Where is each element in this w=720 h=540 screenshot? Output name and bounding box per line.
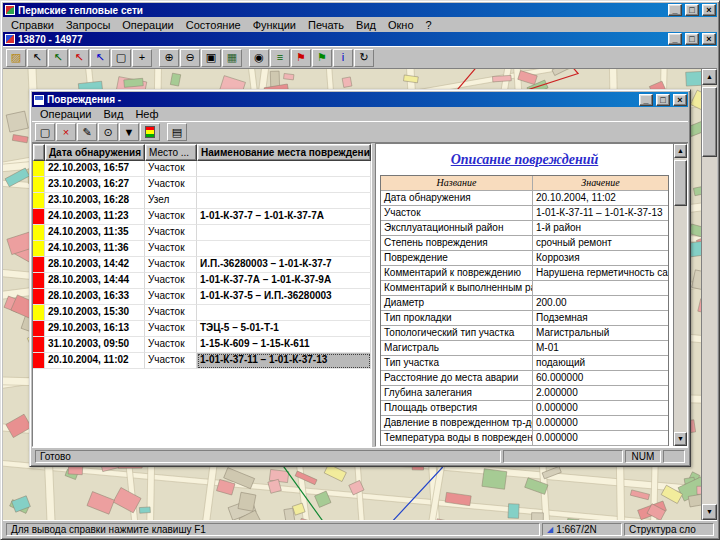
zoom-out-icon[interactable]: ⊖ bbox=[180, 49, 200, 67]
table-row[interactable]: 24.10.2003, 11:36Участок bbox=[33, 241, 371, 257]
pan-icon[interactable]: + bbox=[132, 49, 152, 67]
find-icon[interactable]: ◉ bbox=[249, 49, 269, 67]
main-menu-item-5[interactable]: Печать bbox=[302, 18, 350, 32]
table-row[interactable]: 23.10.2003, 16:27Участок bbox=[33, 177, 371, 193]
info-icon[interactable]: i bbox=[333, 49, 353, 67]
property-value: М-01 bbox=[533, 341, 668, 356]
app-close-button[interactable]: × bbox=[702, 4, 716, 16]
table-row[interactable]: 29.10.2003, 16:13УчастокТЭЦ-5 – 5-01-Т-1 bbox=[33, 321, 371, 337]
zoom-to-damage-icon[interactable]: ⊙ bbox=[98, 123, 118, 141]
column-header-0[interactable] bbox=[33, 144, 45, 161]
property-row[interactable]: МагистральМ-01 bbox=[381, 341, 668, 356]
damage-minimize-button[interactable]: _ bbox=[639, 94, 653, 106]
severity-legend-icon[interactable] bbox=[140, 123, 160, 141]
main-menu-item-6[interactable]: Вид bbox=[350, 18, 382, 32]
main-menu-item-7[interactable]: Окно bbox=[382, 18, 420, 32]
main-menu-item-3[interactable]: Состояние bbox=[180, 18, 247, 32]
filter-icon[interactable]: ▼ bbox=[119, 123, 139, 141]
property-row[interactable]: Участок1-01-К-37-11 – 1-01-К-37-13 bbox=[381, 206, 668, 221]
layers-icon[interactable]: ≡ bbox=[270, 49, 290, 67]
map-area[interactable]: Повреждения - _ □ × ОперацииВидНеф ▢×✎⊙▼… bbox=[3, 69, 701, 520]
main-titlebar[interactable]: Пермские тепловые сети _ □ × bbox=[3, 3, 717, 17]
table-row[interactable]: 23.10.2003, 16:28Узел bbox=[33, 193, 371, 209]
property-row[interactable]: Площадь отверстия0.000000 bbox=[381, 401, 668, 416]
zoom-window-icon[interactable]: ▣ bbox=[201, 49, 221, 67]
column-header-2[interactable]: Место ... bbox=[145, 144, 197, 161]
table-row[interactable]: 29.10.2003, 15:30Участок bbox=[33, 305, 371, 321]
details-scrollbar[interactable]: ▲ ▼ bbox=[673, 144, 687, 446]
map-scroll-track[interactable] bbox=[702, 85, 717, 504]
property-name: Комментарий к повреждению bbox=[381, 266, 533, 281]
select-region-icon[interactable]: ▢ bbox=[111, 49, 131, 67]
print-icon[interactable]: ▤ bbox=[167, 123, 187, 141]
property-row[interactable]: Дата обнаружения20.10.2004, 11:02 bbox=[381, 191, 668, 206]
scroll-up-icon[interactable]: ▲ bbox=[674, 144, 687, 158]
column-header-1[interactable]: Дата обнаружения bbox=[45, 144, 145, 161]
table-row[interactable]: 24.10.2003, 11:35Участок bbox=[33, 225, 371, 241]
scroll-down-icon[interactable]: ▼ bbox=[674, 432, 687, 446]
damage-menu-item-2[interactable]: Неф bbox=[129, 107, 164, 121]
property-row[interactable]: Комментарий к повреждениюНарушена гермет… bbox=[381, 266, 668, 281]
main-menu-item-1[interactable]: Запросы bbox=[60, 18, 116, 32]
table-row[interactable]: 22.10.2003, 16:57Участок bbox=[33, 161, 371, 177]
property-row[interactable]: Глубина залегания2.000000 bbox=[381, 386, 668, 401]
table-row[interactable]: 28.10.2003, 14:44Участок1-01-К-37-7А – 1… bbox=[33, 273, 371, 289]
damage-status-blank2 bbox=[663, 450, 685, 463]
mdi-titlebar[interactable]: 13870 - 14977 _ □ × bbox=[3, 32, 717, 46]
severity-swatch bbox=[33, 289, 45, 305]
map-vertical-scrollbar[interactable]: ▲ ▼ bbox=[701, 69, 717, 520]
app-minimize-button[interactable]: _ bbox=[668, 4, 682, 16]
app-maximize-button[interactable]: □ bbox=[685, 4, 699, 16]
mdi-minimize-button[interactable]: _ bbox=[668, 33, 682, 45]
damage-menu-item-0[interactable]: Операции bbox=[34, 107, 97, 121]
cell-date: 31.10.2003, 09:50 bbox=[45, 337, 145, 353]
delete-record-icon[interactable]: × bbox=[56, 123, 76, 141]
scroll-down-icon[interactable]: ▼ bbox=[702, 504, 717, 520]
property-row[interactable]: Комментарий к выполненным работам bbox=[381, 281, 668, 296]
main-menu-item-4[interactable]: Функции bbox=[247, 18, 302, 32]
property-row[interactable]: ПовреждениеКоррозия bbox=[381, 251, 668, 266]
main-menu-item-8[interactable]: ? bbox=[420, 18, 438, 32]
property-row[interactable]: Степень повреждениясрочный ремонт bbox=[381, 236, 668, 251]
property-row[interactable]: Расстояние до места аварии60.000000 bbox=[381, 371, 668, 386]
flag-green-icon[interactable]: ⚑ bbox=[312, 49, 332, 67]
table-row[interactable]: 20.10.2004, 11:02Участок1-01-К-37-11 – 1… bbox=[33, 353, 371, 369]
property-row[interactable]: Топологический тип участкаМагистральный bbox=[381, 326, 668, 341]
main-menu-item-0[interactable]: Справки bbox=[5, 18, 60, 32]
main-menu-item-2[interactable]: Операции bbox=[116, 18, 179, 32]
mdi-close-button[interactable]: × bbox=[702, 33, 716, 45]
damage-maximize-button[interactable]: □ bbox=[656, 94, 670, 106]
full-extent-icon[interactable]: ▦ bbox=[222, 49, 242, 67]
select-node-icon[interactable]: ↖ bbox=[69, 49, 89, 67]
property-row[interactable]: Эксплуатационный район1-й район bbox=[381, 221, 668, 236]
scroll-up-icon[interactable]: ▲ bbox=[702, 69, 717, 85]
zoom-in-icon[interactable]: ⊕ bbox=[159, 49, 179, 67]
open-map-icon[interactable]: ▨ bbox=[6, 49, 26, 67]
damage-titlebar[interactable]: Повреждения - _ □ × bbox=[32, 92, 688, 107]
flag-red-icon[interactable]: ⚑ bbox=[291, 49, 311, 67]
table-row[interactable]: 31.10.2003, 09:50Участок1-15-К-609 – 1-1… bbox=[33, 337, 371, 353]
select-plus-icon[interactable]: ↖ bbox=[48, 49, 68, 67]
damage-close-button[interactable]: × bbox=[673, 94, 687, 106]
details-scroll-thumb[interactable] bbox=[674, 160, 687, 206]
table-row[interactable]: 28.10.2003, 14:42УчастокИ.П.-36280003 – … bbox=[33, 257, 371, 273]
select-pointer-icon[interactable]: ↖ bbox=[27, 49, 47, 67]
damage-menu-item-1[interactable]: Вид bbox=[97, 107, 129, 121]
property-row[interactable]: Тип участкаподающий bbox=[381, 356, 668, 371]
layer-structure-button[interactable]: Структура сло bbox=[624, 523, 714, 536]
property-row[interactable]: Диаметр200.00 bbox=[381, 296, 668, 311]
refresh-icon[interactable]: ↻ bbox=[354, 49, 374, 67]
table-row[interactable]: 28.10.2003, 16:33Участок1-01-К-37-5 – И.… bbox=[33, 289, 371, 305]
column-header-3[interactable]: Наименование места повреждения bbox=[197, 144, 371, 161]
map-scroll-thumb[interactable] bbox=[702, 87, 717, 157]
property-row[interactable]: Температура воды в поврежденном тр-де0.0… bbox=[381, 431, 668, 446]
edit-record-icon[interactable]: ✎ bbox=[77, 123, 97, 141]
new-record-icon[interactable]: ▢ bbox=[35, 123, 55, 141]
severity-legend-icon bbox=[145, 126, 155, 138]
property-row[interactable]: Тип прокладкиПодземная bbox=[381, 311, 668, 326]
select-section-icon[interactable]: ↖ bbox=[90, 49, 110, 67]
table-row[interactable]: 24.10.2003, 11:23Участок1-01-К-37-7 – 1-… bbox=[33, 209, 371, 225]
property-row[interactable]: Давление в поврежденном тр-де0.000000 bbox=[381, 416, 668, 431]
details-scroll-track[interactable] bbox=[674, 158, 687, 432]
mdi-maximize-button[interactable]: □ bbox=[685, 33, 699, 45]
